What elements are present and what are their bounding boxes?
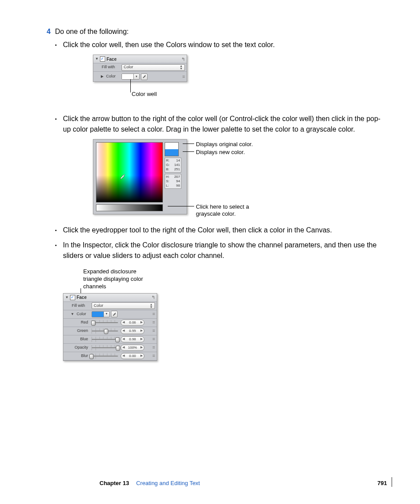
stepper-right-icon[interactable]: ▶ [140, 353, 143, 358]
opacity-value: 100% [128, 345, 137, 350]
blue-value-stepper[interactable]: ◀0.98▶ [121, 336, 144, 342]
fill-with-row: Fill with Color ▲▼ [93, 63, 187, 72]
red-slider[interactable]: | | | | | | | | | [92, 320, 118, 325]
eyedropper-button[interactable] [141, 74, 147, 80]
b-label: B: [166, 167, 169, 172]
panel-header-row[interactable]: ▼ ✓ Face ↰ [63, 294, 157, 302]
panel-header-label: Face [107, 56, 117, 63]
row-menu-icon[interactable]: = [152, 327, 155, 334]
green-slider[interactable]: | | | | | | | | | [92, 329, 118, 333]
color-row: ▼ Color ▼ = [63, 310, 157, 319]
eyedropper-button[interactable] [111, 311, 118, 317]
hsl-readout: H:207 S:94 L:98 [165, 174, 181, 189]
color-label-text: Color [106, 74, 116, 78]
reset-icon[interactable]: ↰ [151, 294, 155, 301]
callout-new-color: Displays new color. [196, 148, 245, 157]
color-well-arrow-button[interactable]: ▼ [134, 74, 139, 79]
stepper-left-icon[interactable]: ◀ [122, 337, 125, 342]
color-swatch-pair [165, 142, 179, 156]
green-value: 0.55 [129, 328, 136, 334]
slider-knob[interactable] [89, 354, 94, 359]
disclosure-triangle-icon[interactable]: ▼ [95, 56, 99, 62]
color-row-label: ▶ Color [95, 74, 122, 80]
stepper-left-icon[interactable]: ◀ [122, 320, 125, 325]
blue-slider[interactable]: | | | | | | | | | [92, 337, 118, 342]
panel-header-row[interactable]: ▼ ✓ Face ↰ [93, 55, 187, 63]
step-row: 4 Do one of the following: [33, 26, 387, 37]
blue-label: Blue [65, 336, 92, 342]
slider-knob[interactable] [91, 320, 96, 326]
eyedropper-cursor-icon [120, 172, 126, 178]
opacity-slider[interactable]: | | | | | | | | | [92, 346, 118, 350]
footer-page-number: 791 [377, 479, 387, 488]
fill-with-combo[interactable]: Color ▲▼ [122, 64, 185, 71]
callout-line [183, 151, 194, 152]
slider-knob[interactable] [115, 337, 120, 342]
color-well-arrow-button[interactable]: ▼ [104, 312, 109, 317]
bullet-1-text: Click the color well, then use the Color… [63, 41, 275, 48]
row-menu-icon[interactable]: = [152, 319, 155, 326]
figure-color-well: ▼ ✓ Face ↰ Fill with Color ▲▼ [93, 55, 387, 103]
stepper-right-icon[interactable]: ▶ [140, 328, 143, 333]
bullet-3-text: Click the eyedropper tool to the right o… [63, 226, 332, 234]
opacity-label: Opacity [65, 345, 92, 351]
stepper-right-icon[interactable]: ▶ [140, 345, 143, 350]
color-row-label: ▼ Color [65, 311, 92, 317]
slider-knob[interactable] [116, 346, 120, 351]
rgb-readout: R:14 G:141 B:251 [165, 158, 181, 173]
g-value: 141 [174, 163, 180, 167]
callout-line [130, 79, 131, 92]
green-value-stepper[interactable]: ◀0.55▶ [121, 328, 144, 334]
stepper-right-icon[interactable]: ▶ [140, 320, 143, 325]
inspector-panel: ▼ ✓ Face ↰ Fill with Color ▲▼ [93, 55, 187, 82]
color-well[interactable] [122, 74, 134, 79]
step-number: 4 [33, 26, 55, 37]
row-menu-icon[interactable]: = [152, 311, 155, 317]
face-checkbox[interactable]: ✓ [70, 295, 75, 300]
figure-expanded-channels: Expanded disclosure triangle displaying … [63, 268, 387, 361]
stepper-left-icon[interactable]: ◀ [122, 345, 125, 350]
bullet-4-text: In the Inspector, click the Color disclo… [63, 241, 376, 259]
fill-with-combo[interactable]: Color ▲▼ [92, 302, 155, 309]
stepper-left-icon[interactable]: ◀ [122, 328, 125, 333]
step-text: Do one of the following: [55, 26, 387, 37]
original-color-swatch [165, 143, 178, 149]
red-value-stepper[interactable]: ◀0.06▶ [121, 320, 144, 326]
row-menu-icon[interactable]: = [152, 353, 155, 359]
s-label: S: [166, 179, 169, 184]
hue-saturation-pad[interactable] [96, 142, 163, 202]
blur-slider[interactable]: | | | | | | | | | [92, 354, 118, 358]
face-checkbox[interactable]: ✓ [100, 56, 105, 62]
color-well[interactable] [92, 312, 104, 317]
combo-value: Color [94, 303, 103, 309]
opacity-value-stepper[interactable]: ◀100%▶ [121, 345, 144, 351]
grayscale-strip[interactable] [96, 204, 163, 211]
footer-divider [391, 477, 392, 487]
fill-with-label: Fill with [95, 64, 122, 70]
s-value: 94 [176, 179, 180, 184]
reset-icon[interactable]: ↰ [181, 56, 185, 63]
bullet-3: Click the eyedropper tool to the right o… [55, 225, 387, 235]
red-label: Red [65, 320, 92, 326]
row-menu-icon[interactable]: = [152, 344, 155, 351]
stepper-right-icon[interactable]: ▶ [140, 337, 143, 342]
combo-arrows-icon: ▲▼ [150, 303, 153, 309]
row-menu-icon[interactable]: = [182, 74, 185, 80]
fig3-legend: Expanded disclosure triangle displaying … [83, 268, 387, 291]
blur-value-stepper[interactable]: ◀0.00▶ [121, 353, 144, 359]
callout-line [168, 206, 194, 206]
color-picker-popup: R:14 G:141 B:251 H:207 S:94 L:98 [93, 139, 187, 214]
stepper-left-icon[interactable]: ◀ [122, 353, 125, 358]
color-disclosure-icon[interactable]: ▼ [71, 312, 74, 316]
b-value: 251 [174, 167, 180, 172]
color-disclosure-icon[interactable]: ▶ [101, 74, 103, 78]
inspector-panel-expanded: ▼ ✓ Face ↰ Fill with Color ▲▼ [63, 293, 157, 361]
disclosure-triangle-icon[interactable]: ▼ [65, 295, 69, 300]
combo-value: Color [124, 64, 133, 70]
blue-value: 0.98 [129, 337, 136, 342]
slider-knob[interactable] [104, 329, 108, 334]
combo-arrows-icon: ▲▼ [180, 65, 183, 70]
panel-header-label: Face [77, 294, 87, 301]
callout-line [183, 143, 194, 144]
row-menu-icon[interactable]: = [152, 336, 155, 342]
